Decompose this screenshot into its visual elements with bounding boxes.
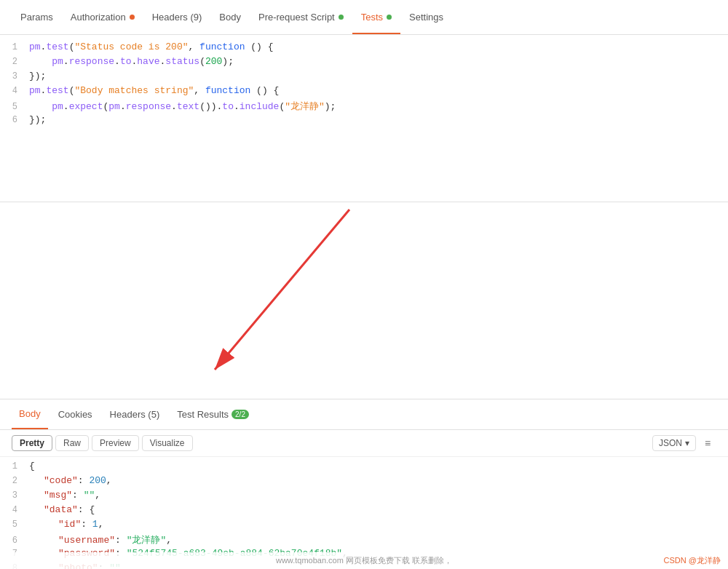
test-results-badge: 2/2: [232, 410, 249, 419]
json-line-1: 1 {: [0, 460, 728, 474]
red-arrow: [0, 202, 728, 399]
code-editor[interactable]: 1 pm.test("Status code is 200", function…: [0, 35, 728, 202]
svg-line-1: [215, 210, 349, 370]
tab-body[interactable]: Body: [210, 0, 250, 34]
json-line-2: 2 "code": 200,: [0, 474, 728, 489]
json-line-6: 6 "username": "龙洋静",: [0, 533, 728, 547]
prerequest-dot: [339, 15, 344, 20]
json-line-4: 4 "data": {: [0, 504, 728, 518]
resp-tab-cookies[interactable]: Cookies: [51, 399, 100, 429]
tab-headers[interactable]: Headers (9): [143, 0, 211, 34]
json-line-3: 3 "msg": "",: [0, 489, 728, 504]
empty-space: [0, 202, 728, 399]
tab-prerequest[interactable]: Pre-request Script: [250, 0, 352, 34]
top-tabs-bar: Params Authorization Headers (9) Body Pr…: [0, 0, 728, 35]
format-bar: Pretty Raw Preview Visualize JSON ▾ ≡: [0, 430, 728, 457]
code-line-6: 6 });: [0, 114, 728, 128]
resp-tab-headers[interactable]: Headers (5): [103, 399, 167, 429]
response-tabs: Body Cookies Headers (5) Test Results 2/…: [0, 399, 728, 430]
tab-authorization[interactable]: Authorization: [62, 0, 143, 34]
preview-button[interactable]: Preview: [92, 435, 139, 451]
resp-tab-test-results[interactable]: Test Results 2/2: [170, 399, 256, 429]
chevron-down-icon: ▾: [685, 438, 689, 448]
wrap-icon[interactable]: ≡: [699, 434, 716, 452]
pretty-button[interactable]: Pretty: [12, 435, 52, 451]
raw-button[interactable]: Raw: [55, 435, 89, 451]
code-line-3: 3 });: [0, 70, 728, 84]
tab-params[interactable]: Params: [12, 0, 62, 34]
csdn-badge: CSDN @龙洋静: [664, 555, 721, 566]
resp-tab-body[interactable]: Body: [12, 399, 48, 429]
code-line-5: 5 pm.expect(pm.response.text()).to.inclu…: [0, 99, 728, 114]
tab-tests[interactable]: Tests: [352, 0, 400, 34]
authorization-dot: [130, 15, 135, 20]
json-line-5: 5 "id": 1,: [0, 518, 728, 533]
code-line-2: 2 pm.response.to.have.status(200);: [0, 55, 728, 70]
json-dropdown[interactable]: JSON ▾: [652, 435, 696, 451]
code-line-4: 4 pm.test("Body matches string", functio…: [0, 84, 728, 99]
response-section: Body Cookies Headers (5) Test Results 2/…: [0, 399, 728, 569]
tests-dot: [387, 15, 392, 20]
tab-settings[interactable]: Settings: [400, 0, 452, 34]
watermark: www.tqmoban.com 网页模板免费下载 联系删除， CSDN @龙洋静: [0, 552, 728, 569]
visualize-button[interactable]: Visualize: [142, 435, 193, 451]
code-line-1: 1 pm.test("Status code is 200", function…: [0, 41, 728, 55]
